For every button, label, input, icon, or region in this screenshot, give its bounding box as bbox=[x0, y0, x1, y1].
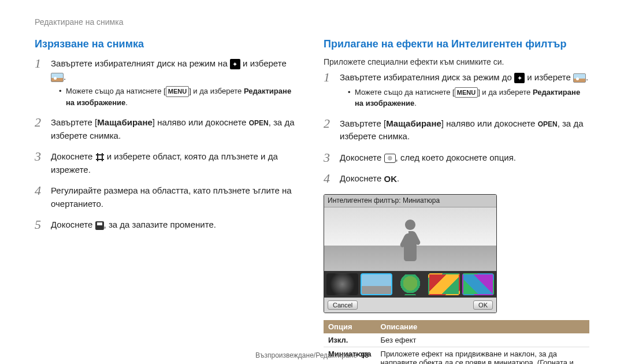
th-desc: Описание bbox=[376, 320, 589, 333]
right-intro: Приложете специални ефекти към снимките … bbox=[324, 57, 589, 66]
cancel-button[interactable]: Cancel bbox=[328, 300, 358, 310]
right-step-3: Докоснете ◎, след което докоснете опция. bbox=[340, 151, 589, 165]
camera-screen-preview: Интелигентен филтър: Миниатюра Cancel OK bbox=[324, 194, 497, 313]
ok-button[interactable]: OK bbox=[473, 300, 493, 310]
step-number: 4 bbox=[35, 184, 47, 197]
menu-icon: MENU bbox=[455, 87, 478, 98]
page-header: Редактиране на снимка bbox=[35, 17, 589, 27]
filter-strip[interactable] bbox=[324, 271, 496, 298]
left-step-5: Докоснете , за да запазите промените. bbox=[51, 218, 300, 232]
screen-main bbox=[324, 207, 496, 271]
menu-icon: MENU bbox=[166, 86, 189, 97]
filter-icon: ◎ bbox=[384, 154, 396, 163]
ok-icon: OK bbox=[384, 173, 398, 186]
left-title: Изрязване на снимка bbox=[35, 38, 300, 50]
photo-thumb-icon bbox=[573, 73, 586, 83]
step-number: 2 bbox=[324, 117, 336, 130]
right-step-1: Завъртете избирателния диск за режим до … bbox=[340, 71, 589, 109]
step-number: 1 bbox=[324, 71, 336, 84]
step-number: 3 bbox=[324, 151, 336, 164]
filter-item-2-selected[interactable] bbox=[361, 273, 392, 295]
left-step-2: Завъртете [Мащабиране] наляво или докосн… bbox=[51, 116, 300, 142]
left-step-1-sub: Можете също да натиснете [MENU] и да изб… bbox=[59, 86, 300, 108]
crop-icon bbox=[95, 153, 105, 162]
step-number: 1 bbox=[35, 57, 47, 70]
right-title: Прилагане на ефекти на Интелигентен филт… bbox=[324, 38, 589, 50]
th-option: Опция bbox=[324, 320, 376, 333]
step-number: 3 bbox=[35, 150, 47, 163]
left-step-1: Завъртете избирателният диск на режим на… bbox=[51, 57, 300, 108]
right-step-2: Завъртете [Мащабиране] наляво или докосн… bbox=[340, 117, 589, 143]
step-number: 2 bbox=[35, 116, 47, 129]
right-step-4: Докоснете OK. bbox=[340, 172, 589, 185]
right-column: Прилагане на ефекти на Интелигентен филт… bbox=[324, 38, 589, 364]
left-step-3: Докоснете и изберете област, която да пл… bbox=[51, 150, 300, 176]
step-number: 4 bbox=[324, 172, 336, 185]
filter-item-3[interactable] bbox=[395, 273, 426, 295]
save-icon bbox=[95, 221, 104, 230]
table-row: Изкл. Без ефект bbox=[324, 333, 589, 347]
screen-label: Интелигентен филтър: Миниатюра bbox=[324, 195, 496, 207]
filter-item-5[interactable] bbox=[462, 273, 494, 295]
step-number: 5 bbox=[35, 218, 47, 231]
silhouette-icon bbox=[393, 217, 428, 262]
filter-item-1[interactable] bbox=[326, 273, 358, 295]
mode-dial-icon: ✦ bbox=[230, 59, 240, 69]
right-step-1-sub: Можете също да натиснете [MENU] и да изб… bbox=[348, 87, 589, 109]
filter-item-4[interactable] bbox=[428, 273, 460, 295]
left-column: Изрязване на снимка 1 Завъртете избирате… bbox=[35, 38, 300, 364]
mode-dial-icon: ✦ bbox=[514, 73, 525, 83]
left-step-4: Регулирайте размера на областта, като пл… bbox=[51, 184, 300, 210]
photo-thumb-icon bbox=[51, 73, 64, 82]
page-footer: Възпроизвеждане/Редактиране 98 bbox=[0, 351, 624, 359]
